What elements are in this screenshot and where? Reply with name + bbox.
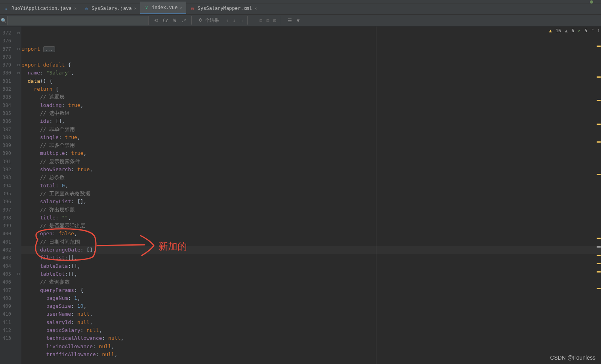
code-line[interactable]: salaryId: null, [21, 318, 601, 326]
select-occurrences-icon[interactable]: ⊡ [273, 18, 276, 23]
code-line[interactable]: export default { [21, 61, 601, 69]
stripe-mark[interactable] [597, 76, 601, 78]
stripe-mark[interactable] [597, 46, 601, 47]
code-line[interactable]: // 总条数 [21, 173, 601, 181]
code-line[interactable]: userName: null, [21, 310, 601, 318]
code-line[interactable]: open: false, [21, 230, 601, 238]
code-editor[interactable]: import ...export default { name: "Salary… [21, 27, 601, 364]
close-icon[interactable]: × [134, 6, 137, 11]
fold-toggle-icon[interactable]: ⊟ [16, 69, 21, 77]
line-number: 383 [0, 93, 16, 101]
code-line[interactable]: // 非多个禁用 [21, 141, 601, 149]
code-line[interactable]: multiple: true, [21, 149, 601, 157]
fold-toggle-icon [16, 166, 21, 173]
code-line[interactable]: // 日期时间范围 [21, 238, 601, 246]
line-gutter: 3723763773783793803813823833843853863873… [0, 27, 16, 364]
close-icon[interactable]: × [254, 6, 257, 11]
fold-toggle-icon [16, 206, 21, 214]
add-selection-icon[interactable]: ⊞ [259, 18, 262, 23]
match-case-button[interactable]: Cc [163, 18, 168, 23]
fold-toggle-icon [16, 278, 21, 286]
code-line[interactable]: // 显示搜索条件 [21, 158, 601, 166]
code-line[interactable]: technicalAllowance: null, [21, 334, 601, 342]
stripe-mark[interactable] [597, 238, 601, 239]
tab-syssalarymapper-xml[interactable]: ▤SysSalaryMapper.xml× [186, 2, 261, 14]
stripe-mark[interactable] [597, 124, 601, 125]
line-number: 387 [0, 126, 16, 133]
code-line[interactable]: showSearch: true, [21, 166, 601, 173]
inspection-summary[interactable]: ▲16 ▲6 ✔5 ^ ⁝ [549, 27, 599, 35]
code-line[interactable]: total: 0, [21, 182, 601, 190]
line-number: 402 [0, 246, 16, 254]
search-icon[interactable]: 🔍 [0, 18, 7, 23]
line-number: 381 [0, 77, 16, 85]
fold-toggle-icon [16, 37, 21, 45]
code-line[interactable]: salaryList: [], [21, 198, 601, 206]
code-line[interactable]: // 是否显示弹出层 [21, 222, 601, 230]
typo-count: 5 [585, 27, 588, 35]
code-line[interactable]: ids: [], [21, 117, 601, 125]
remove-selection-icon[interactable]: ⊟ [267, 18, 269, 23]
fold-toggle-icon [16, 149, 21, 157]
line-number: 395 [0, 190, 16, 198]
close-icon[interactable]: × [74, 6, 77, 11]
code-line[interactable]: name: "Salary", [21, 69, 601, 77]
filter-settings-icon[interactable]: ☰ [288, 18, 292, 23]
find-select-all-icon[interactable]: ☐ [240, 18, 242, 23]
fold-toggle-icon[interactable]: ⊟ [16, 29, 21, 37]
code-line[interactable]: queryParams: { [21, 286, 601, 294]
code-line[interactable]: tableData:[], [21, 262, 601, 270]
prev-search-icon[interactable]: ⟲ [154, 18, 158, 23]
fold-toggle-icon [16, 310, 21, 318]
code-line[interactable]: title: "", [21, 214, 601, 222]
code-line[interactable]: return { [21, 85, 601, 93]
code-line[interactable]: // 查询参数 [21, 278, 601, 286]
expand-inspection-icon[interactable]: ^ [591, 27, 594, 35]
error-stripe[interactable] [596, 27, 601, 364]
find-next-icon[interactable]: ↓ [233, 18, 236, 23]
line-number: 380 [0, 69, 16, 77]
stripe-mark[interactable] [597, 141, 601, 143]
code-line[interactable]: pageNum: 1, [21, 294, 601, 302]
code-line[interactable]: // 选中数组 [21, 109, 601, 117]
code-line[interactable]: // 弹出层标题 [21, 206, 601, 214]
fold-toggle-icon[interactable]: ⊟ [16, 45, 21, 53]
tab-ruoyiapplication-java[interactable]: ☕RuoYiApplication.java× [0, 2, 80, 14]
stripe-mark[interactable] [597, 100, 601, 101]
code-line[interactable]: basicSalary: null, [21, 326, 601, 334]
stripe-mark[interactable] [597, 174, 601, 175]
stripe-mark[interactable] [597, 246, 601, 248]
stripe-mark[interactable] [597, 271, 601, 273]
fold-toggle-icon [16, 262, 21, 270]
code-line[interactable]: // 非单个禁用 [21, 126, 601, 133]
find-input[interactable] [7, 16, 149, 25]
code-line[interactable]: // 工资查询表格数据 [21, 190, 601, 198]
fold-toggle-icon[interactable]: ⊟ [16, 270, 21, 278]
close-icon[interactable]: × [180, 5, 183, 10]
weak-warning-icon: ▲ [565, 27, 568, 35]
filter-icon[interactable]: ▼ [297, 18, 300, 23]
tab-index-vue[interactable]: Vindex.vue× [140, 2, 186, 14]
code-line[interactable]: trafficAllowance: null, [21, 351, 601, 358]
code-line[interactable]: tableCol:[], [21, 270, 601, 278]
code-line[interactable]: daterangeDate: [], [21, 246, 601, 254]
fold-toggle-icon [16, 141, 21, 149]
code-line[interactable]: livingAllowance: null, [21, 343, 601, 351]
code-line[interactable]: pageSize: 10, [21, 302, 601, 310]
code-line[interactable]: import ... [21, 45, 601, 53]
stripe-mark[interactable] [597, 263, 601, 264]
stripe-mark[interactable] [597, 255, 601, 256]
code-line[interactable]: // 遮罩层 [21, 93, 601, 101]
regex-button[interactable]: .* [181, 18, 187, 23]
code-line[interactable]: data() { [21, 77, 601, 85]
tab-syssalary-java[interactable]: ◎SysSalary.java× [80, 2, 140, 14]
stripe-mark[interactable] [597, 288, 601, 289]
code-line[interactable]: loading: true, [21, 101, 601, 109]
fold-toggle-icon[interactable]: ⊟ [16, 61, 21, 69]
right-split-line [376, 27, 376, 364]
code-line[interactable]: fileList:[], [21, 254, 601, 262]
code-line[interactable] [21, 53, 601, 61]
words-button[interactable]: W [173, 18, 176, 23]
find-prev-icon[interactable]: ↑ [226, 18, 229, 23]
code-line[interactable]: single: true, [21, 133, 601, 141]
